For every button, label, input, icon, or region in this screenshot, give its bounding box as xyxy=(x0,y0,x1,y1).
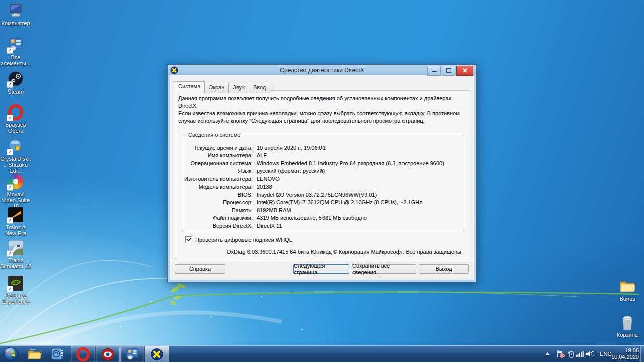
desktop-icon-label: Все элементы... xyxy=(0,54,31,66)
info-row-manufacturer: Изготовитель компьютера:LENOVO xyxy=(182,175,462,183)
desktop-icon-label: Steam xyxy=(0,88,31,95)
desktop-icon-geforce-experience[interactable]: ➚ GeForce Experience xyxy=(0,275,31,305)
geforce-icon: ➚ xyxy=(7,275,24,292)
dxdiag-window: Средство диагностики DirectX Система Экр… xyxy=(167,64,477,282)
control-panel-items-icon: ➚ xyxy=(7,36,24,53)
recycle-bin-icon xyxy=(619,314,636,331)
info-row-datetime: Текущие время и дата:10 апреля 2020 г., … xyxy=(182,144,462,152)
desktop-icon-opera[interactable]: ➚ Браузер Opera xyxy=(0,104,31,134)
info-row-os: Операционная система:Windows Embedded 8.… xyxy=(182,159,462,167)
desktop-icon-label: GeForce Experience xyxy=(0,293,31,305)
desktop-icon-label: Браузер Opera xyxy=(0,122,31,134)
explorer-folder-icon xyxy=(27,347,42,360)
desktop-icon-label: Trainz A New Era xyxy=(0,224,31,236)
dxdiag-icon xyxy=(150,348,164,361)
shortcut-arrow-icon: ➚ xyxy=(7,184,13,191)
desktop-icon-crystaldiskinfo[interactable]: ➚ CrystalDiskI... Shizuku Edi... xyxy=(0,138,31,174)
dialog-client-area: Система Экран Звук Ввод Данная программа… xyxy=(170,75,474,280)
control-panel-items-icon xyxy=(125,348,139,361)
chevron-up-icon xyxy=(545,352,550,355)
whql-checkbox-row[interactable]: Проверить цифровые подписи WHQL xyxy=(185,236,292,243)
tab-sound[interactable]: Звук xyxy=(228,83,249,93)
info-row-memory: Память:8192MB RAM xyxy=(182,206,462,214)
desktop-icon-label: Bonus xyxy=(612,296,643,302)
maximize-button[interactable] xyxy=(442,66,455,76)
shortcut-arrow-icon: ➚ xyxy=(7,115,13,121)
network-tray-icon[interactable] xyxy=(575,345,585,362)
close-button[interactable] xyxy=(456,66,473,76)
desktop-icon-recycle-bin[interactable]: Корзина xyxy=(612,314,643,338)
trainz-new-era-icon: ➚ xyxy=(7,206,24,223)
next-page-button[interactable]: Следующая страница xyxy=(293,264,349,274)
clock-date: 10.04.2020 xyxy=(611,354,639,360)
desktop-icon-label: Компьютер xyxy=(0,20,31,26)
show-desktop-button[interactable] xyxy=(640,345,644,362)
taskbar-control-panel-items-button[interactable] xyxy=(120,346,144,362)
titlebar[interactable]: Средство диагностики DirectX xyxy=(168,65,476,75)
exit-button[interactable]: Выход xyxy=(419,264,469,274)
tab-display[interactable]: Экран xyxy=(204,83,229,93)
desktop-icon-all-items[interactable]: ➚ Все элементы... xyxy=(0,36,31,66)
speaker-icon xyxy=(586,350,594,357)
info-row-language: Язык:русский (формат: русский) xyxy=(182,167,462,175)
desktop-icon-label: CrystalDiskI... Shizuku Edi... xyxy=(0,156,31,174)
info-row-bios: BIOS:InsydeH2O Version 03.72.275ECN96WW(… xyxy=(182,191,462,199)
shortcut-arrow-icon: ➚ xyxy=(7,81,13,88)
shortcut-arrow-icon: ➚ xyxy=(7,149,13,155)
info-row-pagefile: Файл подкачки:4319 МБ использовано, 5661… xyxy=(182,214,462,222)
network-signal-icon xyxy=(576,350,584,357)
action-center-tray-icon[interactable] xyxy=(555,345,566,362)
video-app-icon xyxy=(51,347,65,360)
desktop-icon-steam[interactable]: ➚ Steam xyxy=(0,70,31,95)
dxdiag-version-line: DxDiag 6.03.9600.17415 64 бита Юникод © … xyxy=(227,249,463,255)
minimize-button[interactable] xyxy=(427,66,441,76)
separator-line xyxy=(171,260,473,261)
opera-icon xyxy=(76,347,90,361)
tab-input[interactable]: Ввод xyxy=(249,83,270,93)
volume-tray-icon[interactable] xyxy=(585,345,595,362)
tab-system[interactable]: Система xyxy=(174,81,205,93)
taskbar-dxdiag-button[interactable] xyxy=(145,346,169,362)
system-info-rows: Текущие время и дата:10 апреля 2020 г., … xyxy=(182,144,462,230)
desktop-icon-label: Корзина xyxy=(612,332,643,338)
steam-icon: ➚ xyxy=(7,70,24,87)
tab-strip: Система Экран Звук Ввод xyxy=(174,81,270,93)
desktop-icon-trainz-simulator-12[interactable]: ➚ Trainz Simulator 12 xyxy=(0,239,31,269)
desktop-icon-label: Trainz Simulator 12 xyxy=(0,257,31,269)
taskbar-video-app-button[interactable] xyxy=(48,346,67,361)
intro-paragraph-2: Если известна возможная причина неполадк… xyxy=(178,110,464,125)
folder-icon xyxy=(619,278,636,295)
movavi-icon: ➚ xyxy=(7,173,24,190)
desktop-icon-movavi[interactable]: ➚ Movavi Video Suite 18 xyxy=(0,173,31,209)
desktop-icon-computer[interactable]: Компьютер xyxy=(0,2,31,26)
desktop-icon-trainz-new-era[interactable]: ➚ Trainz A New Era xyxy=(0,206,31,236)
computer-icon xyxy=(7,2,24,19)
taskbar-red-eye-app-button[interactable] xyxy=(96,346,120,362)
red-eye-app-icon xyxy=(101,347,115,361)
info-row-computer-name: Имя компьютера:ALF xyxy=(182,152,462,160)
save-all-info-button[interactable]: Сохранить все сведения... xyxy=(352,264,416,274)
whql-checkbox[interactable] xyxy=(185,236,192,243)
trainz-simulator-icon: ➚ xyxy=(7,239,24,256)
system-tab-page: Данная программа позволяет получить подр… xyxy=(174,90,469,259)
windows-start-icon xyxy=(4,346,19,361)
start-button[interactable] xyxy=(1,346,21,361)
desktop-icon-bonus-folder[interactable]: Bonus xyxy=(612,278,643,302)
taskbar-explorer-button[interactable] xyxy=(25,346,44,361)
crystaldiskinfo-icon: ➚ xyxy=(7,138,24,155)
taskbar: ENG 19:06 10.04.2020 xyxy=(0,345,644,362)
flag-error-icon xyxy=(556,350,565,358)
clock-time: 19:06 xyxy=(611,347,639,354)
help-button[interactable]: Справка xyxy=(175,264,225,274)
clock[interactable]: 19:06 10.04.2020 xyxy=(611,345,639,362)
usb-device-tray-icon[interactable] xyxy=(566,345,575,362)
shortcut-arrow-icon: ➚ xyxy=(7,250,13,257)
info-row-processor: Процессор:Intel(R) Core(TM) i7-3612QM CP… xyxy=(182,199,462,207)
shortcut-arrow-icon: ➚ xyxy=(7,47,13,54)
taskbar-opera-button[interactable] xyxy=(71,346,95,362)
whql-checkbox-label: Проверить цифровые подписи WHQL xyxy=(195,237,292,243)
intro-paragraph-1: Данная программа позволяет получить подр… xyxy=(178,95,464,110)
info-row-directx-version: Версия DirectX:DirectX 11 xyxy=(182,222,462,230)
show-hidden-icons-button[interactable] xyxy=(545,345,552,362)
system-info-groupbox: Сведения о системе Текущие время и дата:… xyxy=(182,135,464,232)
